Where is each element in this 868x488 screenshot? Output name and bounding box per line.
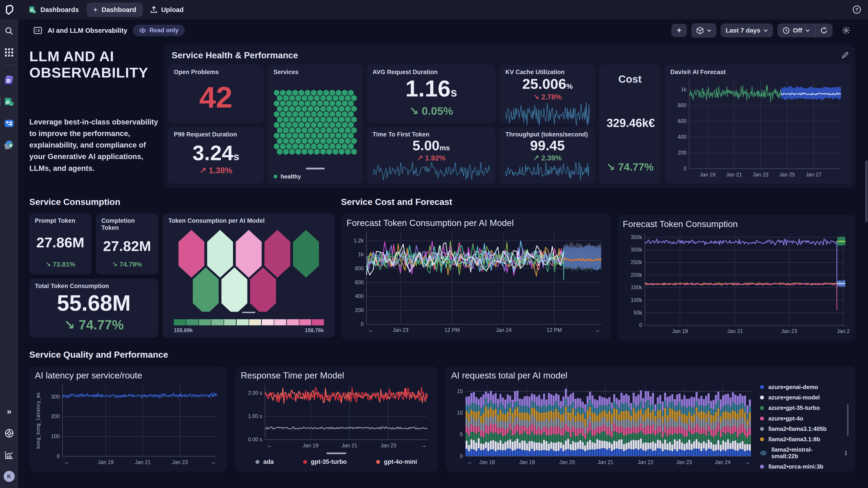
- legend-label: azure•gpt-4o: [768, 415, 803, 422]
- tile-throughput[interactable]: Throughput (tokens/second) 99.45 ↗ 2.39%: [500, 127, 595, 184]
- auto-refresh-button[interactable]: Off: [777, 24, 815, 37]
- tile-cost[interactable]: Cost 329.46k€ ↘ 74.77%: [599, 65, 660, 184]
- legend-item[interactable]: azure•gpt-35-turbo: [760, 404, 848, 411]
- tile-ttft[interactable]: Time To First Token 5.00ms ↗ 1.92%: [367, 127, 495, 184]
- legend-item[interactable]: azure•genai-model: [760, 394, 848, 401]
- legend-item[interactable]: llama2•orca-mini:3b: [760, 463, 848, 470]
- legend-scrollbar-thumb[interactable]: [847, 404, 848, 436]
- tile-davis-forecast[interactable]: Davis® AI Forecast 02004006008001kJan 19…: [665, 65, 851, 184]
- delta: ↘ 2.78%: [505, 93, 590, 101]
- legend-item[interactable]: gpt-4o-mini: [376, 458, 417, 465]
- services-honeycomb[interactable]: [274, 78, 357, 166]
- dashboards-app-icon: [29, 6, 36, 13]
- tab-dashboards[interactable]: Dashboards: [22, 2, 86, 17]
- tile-prompt-token[interactable]: Prompt Token 27.86M ↘ 73.81%: [29, 214, 91, 274]
- legend-item[interactable]: llama2•mistral-small:22b⋮: [760, 447, 848, 459]
- header-controls: + Last 7 days Off: [671, 23, 855, 38]
- svg-text:Jan 23: Jan 23: [172, 459, 188, 465]
- drag-handle[interactable]: [242, 312, 255, 313]
- scope-dropdown[interactable]: [691, 23, 716, 38]
- app-dashboards-icon-active[interactable]: [3, 96, 15, 108]
- tile-avg-request-duration[interactable]: AVG Request Duration 1.16s ↘ 0.05%: [367, 65, 495, 123]
- user-avatar[interactable]: K: [3, 470, 15, 483]
- svg-text:100: 100: [51, 433, 60, 440]
- legend-item[interactable]: azure•gpt-4o: [760, 415, 848, 422]
- tile-response-time[interactable]: Response Time per Model 0.00 s1.00 s2.00…: [235, 366, 437, 472]
- delta: ↘ 74.77%: [35, 317, 153, 332]
- kv-sparkline[interactable]: [505, 102, 590, 126]
- tile-ai-requests[interactable]: AI requests total per AI model 051015Jan…: [445, 366, 855, 472]
- svg-text:Jan 19: Jan 19: [700, 171, 715, 177]
- legend-item[interactable]: llama2•llama3.1:8b: [760, 436, 848, 443]
- svg-text:0: 0: [57, 453, 60, 459]
- legend-label: llama2•llama3.1:8b: [768, 436, 820, 443]
- search-icon[interactable]: [3, 25, 15, 37]
- kebab-menu-icon[interactable]: ⋮: [843, 450, 848, 456]
- delta: ↗ 1.92%: [373, 154, 490, 162]
- latency-chart[interactable]: 0100200300Jan 19Jan 21Jan 23←→kong_kong_…: [35, 381, 221, 467]
- legend-label: azure•gpt-35-turbo: [768, 404, 819, 411]
- forecast-total-chart[interactable]: 050k100k150k200k250k300k350kJan 19Jan 21…: [623, 229, 850, 336]
- tile-kv-cache[interactable]: KV Cache Utilization 25.006% ↘ 2.78%: [500, 65, 595, 123]
- svg-text:400: 400: [678, 134, 686, 140]
- tile-p99[interactable]: P99 Request Duration 3.24s ↗ 1.38%: [168, 127, 264, 184]
- tile-forecast-per-model[interactable]: Forecast Token Consumption per AI Model …: [341, 214, 611, 339]
- svg-text:600: 600: [355, 279, 364, 285]
- dashboard-app: Dashboards + Dashboard Upload ?: [0, 0, 868, 488]
- time-range-button[interactable]: Last 7 days: [721, 24, 773, 37]
- svg-text:1.2k: 1.2k: [354, 237, 364, 243]
- tab-label: Upload: [161, 6, 184, 13]
- svg-text:200: 200: [355, 307, 364, 313]
- legend-item[interactable]: ada: [255, 458, 274, 465]
- tile-ai-latency[interactable]: AI latency per service/route 0100200300J…: [29, 366, 227, 472]
- drag-handle[interactable]: [306, 168, 324, 169]
- settings-button[interactable]: [837, 23, 855, 38]
- refresh-button[interactable]: [815, 24, 833, 37]
- content-area: AI and LLM Observability Read only + Las…: [18, 20, 868, 488]
- legend-item[interactable]: azure•genai-demo: [760, 384, 848, 390]
- app-launchpads-icon[interactable]: [3, 139, 15, 151]
- svg-text:←: ←: [368, 327, 374, 333]
- svg-text:12 PM: 12 PM: [547, 327, 562, 333]
- tile-token-per-model[interactable]: Token Consumption per AI Model 155.69k15…: [163, 214, 335, 337]
- help-button[interactable]: ?: [852, 5, 861, 14]
- legend-item[interactable]: llama2•llama3.1:405b: [760, 426, 848, 432]
- svg-text:200: 200: [51, 414, 60, 420]
- response-time-chart[interactable]: 0.00 s1.00 s2.00 sJan 19Jan 21Jan 23←→: [241, 381, 432, 451]
- color-swatch: [174, 319, 186, 325]
- legend-dot: [760, 427, 764, 431]
- forecast-per-model-chart[interactable]: 02004006008001k1.2kJan 2312 PMJan 2412 P…: [346, 228, 606, 335]
- app-grid-icon[interactable]: [3, 46, 15, 59]
- help-ring-icon[interactable]: [3, 427, 15, 440]
- upload-icon: [151, 6, 157, 13]
- expand-rail-icon[interactable]: »: [3, 405, 15, 418]
- tab-upload[interactable]: Upload: [144, 2, 190, 17]
- legend-dot: [760, 396, 764, 399]
- tile-total-token[interactable]: Total Token Consumption 55.68M ↘ 74.77%: [29, 279, 158, 337]
- dynatrace-logo[interactable]: [0, 5, 19, 15]
- color-swatch: [249, 319, 261, 325]
- page-scrollbar-thumb[interactable]: [865, 160, 868, 222]
- ai-requests-chart[interactable]: 051015Jan 18Jan 19Jan 20Jan 21Jan 22Jan …: [451, 381, 754, 467]
- tile-open-problems[interactable]: Open Problems 42: [168, 65, 264, 123]
- legend-item[interactable]: gpt-35-turbo: [303, 458, 347, 465]
- panel-toggle-icon[interactable]: [34, 27, 42, 34]
- token-honeycomb[interactable]: [168, 224, 329, 312]
- tile-services[interactable]: Services healthy: [268, 65, 363, 184]
- davis-forecast-chart[interactable]: 02004006008001kJan 19Jan 21Jan 23Jan 25J…: [671, 76, 845, 180]
- tile-completion-token[interactable]: Completion Token 27.82M ↘ 74.79%: [96, 214, 158, 274]
- ttft-sparkline[interactable]: [373, 162, 490, 180]
- tile-forecast-total[interactable]: Forecast Token Consumption 050k100k150k2…: [617, 215, 855, 341]
- throughput-sparkline[interactable]: [505, 162, 590, 180]
- services-legend[interactable]: healthy: [274, 173, 357, 180]
- add-tile-button[interactable]: +: [671, 24, 687, 37]
- app-workflows-icon[interactable]: [3, 117, 15, 129]
- usage-chart-icon[interactable]: [3, 449, 15, 461]
- edit-icon[interactable]: [841, 52, 848, 59]
- svg-text:Jan 19: Jan 19: [303, 443, 318, 449]
- svg-text:12 PM: 12 PM: [445, 327, 460, 333]
- app-clouds-icon[interactable]: [3, 74, 15, 86]
- drag-handle[interactable]: [327, 453, 346, 454]
- svg-text:300k: 300k: [631, 247, 642, 253]
- tab-dashboard-active[interactable]: + Dashboard: [87, 2, 143, 17]
